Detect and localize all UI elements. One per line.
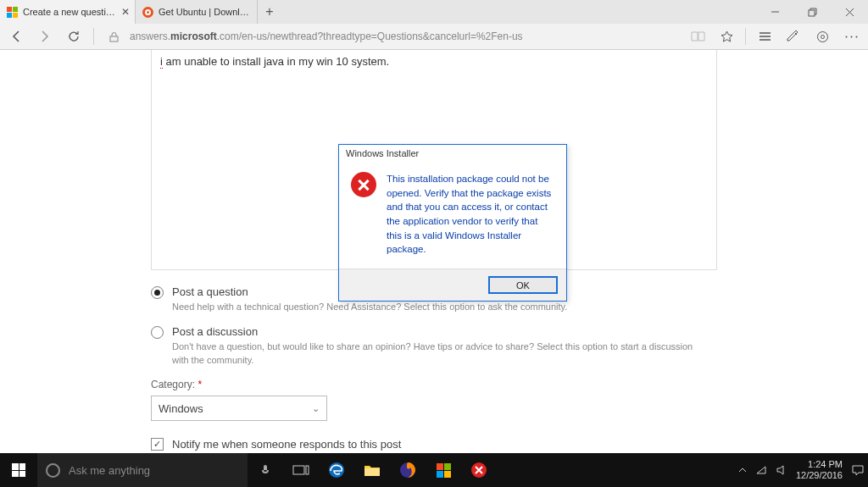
category-label: Category: * <box>151 379 717 390</box>
volume-icon[interactable] <box>776 465 787 475</box>
tray-overflow-icon[interactable] <box>738 466 747 474</box>
network-icon[interactable] <box>755 465 767 475</box>
svg-rect-7 <box>293 466 304 474</box>
minimize-button[interactable] <box>756 0 793 24</box>
ubuntu-favicon-icon <box>142 7 153 18</box>
forward-button[interactable] <box>32 24 58 49</box>
cortana-search[interactable]: Ask me anything <box>37 453 248 487</box>
radio-selected-icon[interactable] <box>151 286 164 299</box>
svg-point-2 <box>817 31 827 42</box>
notify-checkbox-row[interactable]: ✓ Notify me when someone responds to thi… <box>151 438 717 451</box>
option-label: Post a discussion <box>172 325 698 338</box>
taskbar-app-explorer[interactable] <box>354 453 390 487</box>
new-tab-button[interactable]: + <box>258 0 281 24</box>
microsoft-favicon-icon <box>7 7 18 18</box>
window-controls <box>756 0 868 24</box>
lock-icon <box>101 24 126 49</box>
webnote-icon[interactable] <box>780 24 807 49</box>
browser-tab-1[interactable]: Create a new question c ✕ <box>0 0 136 24</box>
taskbar-app-firefox[interactable] <box>390 453 426 487</box>
favorite-icon[interactable] <box>713 24 740 49</box>
taskbar-app-microsoft-store[interactable] <box>426 453 461 487</box>
microphone-icon[interactable] <box>248 453 283 487</box>
share-icon[interactable] <box>809 24 836 49</box>
svg-rect-1 <box>110 36 118 42</box>
notify-label: Notify me when someone responds to this … <box>172 438 401 451</box>
svg-point-5 <box>850 36 852 37</box>
url-field[interactable]: answers.microsoft.com/en-us/newthread?th… <box>130 30 681 42</box>
close-tab-icon[interactable]: ✕ <box>121 6 130 18</box>
taskbar-app-edge[interactable] <box>319 453 354 487</box>
error-icon <box>351 172 376 197</box>
browser-tab-2[interactable]: Get Ubuntu | Download | Ub <box>136 0 258 24</box>
ok-button[interactable]: OK <box>488 276 558 294</box>
svg-point-6 <box>855 36 857 37</box>
category-select[interactable]: Windows ⌄ <box>151 396 327 421</box>
system-tray: 1:24 PM 12/29/2016 <box>738 459 868 481</box>
hub-icon[interactable] <box>751 24 778 49</box>
cortana-icon <box>46 463 60 478</box>
svg-rect-8 <box>306 466 309 474</box>
option-description: Don't have a question, but would like to… <box>172 340 698 367</box>
more-icon[interactable] <box>837 24 865 49</box>
windows-taskbar: Ask me anything 1:24 PM 12/29/2016 <box>0 453 868 487</box>
post-type-discussion[interactable]: Post a discussion Don't have a question,… <box>151 325 717 367</box>
restore-button[interactable] <box>793 0 831 24</box>
dialog-title: Windows Installer <box>339 145 566 162</box>
svg-point-4 <box>845 36 847 37</box>
svg-rect-0 <box>809 10 815 16</box>
address-bar: answers.microsoft.com/en-us/newthread?th… <box>0 24 868 50</box>
svg-rect-10 <box>364 468 380 476</box>
svg-point-3 <box>821 35 824 38</box>
page-viewport: i am unable to install java in my win 10… <box>0 50 868 453</box>
task-view-button[interactable] <box>283 453 319 487</box>
refresh-button[interactable] <box>61 24 86 49</box>
tab-title: Get Ubuntu | Download | Ub <box>159 7 252 17</box>
checkbox-checked-icon[interactable]: ✓ <box>151 438 164 451</box>
chevron-down-icon: ⌄ <box>312 403 320 414</box>
close-window-button[interactable] <box>831 0 868 24</box>
dialog-message: This installation package could not be o… <box>387 172 554 257</box>
windows-logo-icon <box>12 463 25 477</box>
action-center-icon[interactable] <box>851 464 865 476</box>
taskbar-clock[interactable]: 1:24 PM 12/29/2016 <box>796 459 843 481</box>
taskbar-app-close-indicator[interactable] <box>461 453 497 487</box>
windows-installer-dialog: Windows Installer This installation pack… <box>338 144 567 302</box>
tab-title: Create a new question c <box>23 7 116 17</box>
browser-tab-strip: Create a new question c ✕ Get Ubuntu | D… <box>0 0 868 24</box>
radio-unselected-icon[interactable] <box>151 326 164 339</box>
start-button[interactable] <box>0 453 37 487</box>
back-button[interactable] <box>3 24 29 49</box>
option-description: Need help with a technical question? Nee… <box>172 301 567 313</box>
reading-view-icon[interactable] <box>684 24 711 49</box>
